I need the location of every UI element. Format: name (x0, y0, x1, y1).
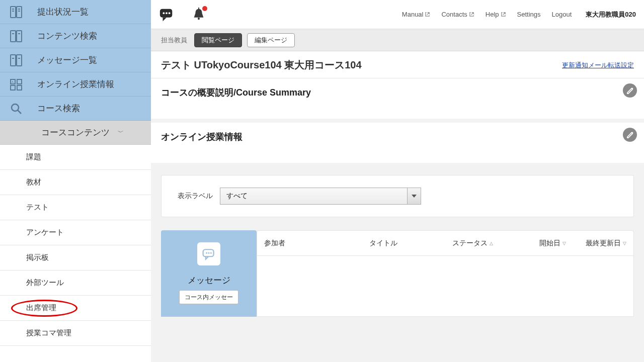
svg-rect-0 (11, 7, 16, 18)
table-col-2[interactable]: ステータス△ (445, 239, 513, 248)
topbar: ManualContactsHelpSettingsLogout東大用教職員02… (151, 0, 644, 29)
tab-label: 閲覧ページ (202, 36, 234, 45)
table-col-label: ステータス (452, 239, 488, 248)
sidebar-sub-5[interactable]: 外部ツール (0, 270, 151, 296)
sidebar-sub-3[interactable]: アンケート (0, 220, 151, 245)
svg-rect-26 (198, 7, 199, 10)
svg-rect-25 (198, 17, 200, 20)
svg-rect-7 (17, 31, 22, 42)
sidebar-sub-label: 掲示板 (26, 253, 49, 262)
svg-rect-6 (11, 31, 16, 42)
svg-rect-15 (17, 79, 22, 84)
table-col-label: 開始日 (539, 239, 560, 248)
edit-pencil-icon[interactable] (623, 83, 637, 98)
table-col-0[interactable]: 参加者 (257, 239, 362, 248)
topbar-link-logout[interactable]: Logout (552, 11, 572, 18)
message-list-icon (9, 53, 23, 67)
sidebar-sub-label: 教材 (26, 177, 41, 187)
edit-pencil-icon[interactable] (623, 128, 637, 142)
table-col-1[interactable]: タイトル (362, 239, 445, 248)
topbar-link-label: Logout (552, 11, 572, 18)
svg-point-24 (169, 12, 171, 14)
external-link-icon (469, 12, 474, 17)
sidebar-sub-label: 授業コマ管理 (26, 328, 71, 338)
sidebar-item-label: 提出状況一覧 (37, 6, 89, 18)
sidebar-section-label: コースコンテンツ (41, 127, 110, 138)
notification-bell-icon[interactable] (191, 7, 206, 22)
sidebar: 提出状況一覧コンテンツ検索メッセージ一覧Aオンライン授業情報コース検索 コースコ… (0, 0, 151, 362)
sidebar-sub-label: テスト (26, 203, 49, 212)
section-heading: コースの概要説明/Course Summary (161, 86, 634, 99)
table-col-label: 最終更新日 (586, 239, 621, 248)
sidebar-item-1[interactable]: コンテンツ検索 (0, 24, 151, 48)
sort-icon: ▽ (623, 241, 626, 246)
tab-label: 編集ページ (255, 36, 287, 45)
svg-point-29 (208, 252, 210, 254)
topbar-link-help[interactable]: Help (486, 11, 506, 18)
topbar-link-manual[interactable]: Manual (402, 11, 431, 18)
sidebar-item-4[interactable]: コース検索 (0, 97, 151, 121)
course-search-icon (9, 102, 23, 116)
topbar-username: 東大用教職員020 (586, 10, 636, 19)
svg-rect-11 (17, 55, 22, 66)
svg-line-20 (18, 110, 21, 114)
filter-box: 表示ラベル すべて (161, 175, 634, 217)
sidebar-sub-7[interactable]: 授業コマ管理 (0, 321, 151, 346)
online-class-icon: A (9, 77, 23, 92)
sidebar-item-label: メッセージ一覧 (37, 54, 97, 66)
message-card: メッセージ コース内メッセー (161, 230, 257, 317)
content-search-icon (9, 29, 23, 43)
table-col-3[interactable]: 開始日▽ (513, 239, 574, 248)
sidebar-sub-0[interactable]: 課題 (0, 145, 151, 170)
svg-point-30 (210, 252, 212, 254)
sidebar-sub-label: 出席管理 (26, 303, 56, 313)
table-col-label: 参加者 (264, 239, 285, 248)
topbar-link-label: Manual (402, 11, 424, 18)
sidebar-item-label: コース検索 (37, 103, 80, 114)
section-0: コースの概要説明/Course Summary (151, 78, 644, 119)
mail-settings-link[interactable]: 更新通知メール転送設定 (562, 61, 634, 70)
table-header-row: 参加者タイトルステータス△開始日▽最終更新日▽ (257, 231, 633, 256)
dropdown-caret-icon[interactable] (407, 188, 421, 205)
svg-rect-10 (11, 55, 16, 66)
sidebar-sub-2[interactable]: テスト (0, 195, 151, 220)
sidebar-item-0[interactable]: 提出状況一覧 (0, 0, 151, 24)
svg-rect-16 (11, 85, 15, 90)
sidebar-sub-1[interactable]: 教材 (0, 170, 151, 195)
chevron-down-icon: ﹀ (118, 128, 124, 137)
course-message-button[interactable]: コース内メッセー (179, 290, 238, 304)
svg-point-28 (206, 252, 207, 254)
label-select[interactable]: すべて (220, 188, 421, 205)
svg-point-19 (12, 104, 19, 111)
label-select-value: すべて (220, 188, 407, 205)
topbar-link-settings[interactable]: Settings (517, 11, 541, 18)
topbar-link-label: Contacts (441, 11, 467, 18)
table-col-label: タイトル (369, 239, 397, 248)
external-link-icon (501, 12, 506, 17)
sidebar-section-course-contents[interactable]: コースコンテンツ ﹀ (0, 121, 151, 145)
course-title-row: テスト UTokyoCourse104 東大用コース104 更新通知メール転送設… (151, 51, 644, 78)
table-col-4[interactable]: 最終更新日▽ (573, 239, 633, 248)
role-label: 担当教員 (161, 36, 187, 45)
svg-point-23 (166, 12, 168, 14)
message-card-title: メッセージ (188, 275, 230, 286)
tab-0[interactable]: 閲覧ページ (194, 33, 242, 47)
notification-dot-icon (202, 6, 207, 11)
topbar-link-contacts[interactable]: Contacts (441, 11, 474, 18)
svg-rect-1 (17, 7, 22, 18)
chat-icon[interactable] (159, 7, 174, 22)
sidebar-sub-4[interactable]: 掲示板 (0, 245, 151, 270)
svg-rect-17 (17, 85, 22, 90)
topbar-link-label: Help (486, 11, 499, 18)
submission-list-icon (9, 5, 23, 19)
sidebar-item-label: コンテンツ検索 (37, 30, 97, 42)
main: ManualContactsHelpSettingsLogout東大用教職員02… (151, 0, 644, 362)
svg-text:A: A (12, 80, 14, 83)
message-card-icon (197, 242, 220, 265)
sidebar-sub-6[interactable]: 出席管理 (0, 296, 151, 321)
sidebar-item-label: オンライン授業情報 (37, 78, 114, 90)
sidebar-item-2[interactable]: メッセージ一覧 (0, 48, 151, 72)
filter-label: 表示ラベル (178, 192, 213, 201)
sidebar-item-3[interactable]: Aオンライン授業情報 (0, 72, 151, 97)
tab-1[interactable]: 編集ページ (247, 33, 295, 47)
